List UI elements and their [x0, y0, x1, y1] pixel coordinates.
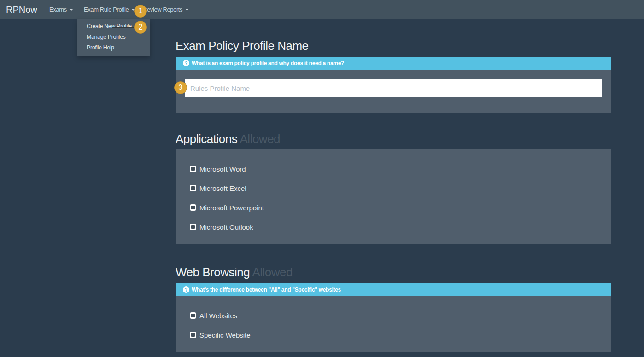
callout-badge-2: 2: [134, 21, 147, 34]
section-subtitle: Allowed: [240, 132, 281, 146]
nav-item-exams[interactable]: Exams: [42, 0, 80, 19]
checkbox-icon[interactable]: [190, 224, 196, 230]
panel-profile-name: [176, 70, 611, 113]
main-content: Exam Policy Profile Name ? What is an ex…: [176, 38, 611, 352]
checkbox-row-microsoft-word[interactable]: Microsoft Word: [190, 165, 597, 173]
checkbox-row-microsoft-powerpoint[interactable]: Microsoft Powerpoint: [190, 204, 597, 211]
checkbox-row-microsoft-outlook[interactable]: Microsoft Outlook: [190, 223, 597, 231]
checkbox-row-microsoft-excel[interactable]: Microsoft Excel: [190, 184, 597, 192]
panel-web-browsing: All Websites Specific Website: [176, 296, 611, 352]
callout-2-pointer-line: [112, 27, 136, 28]
top-navbar: RPNow Exams Exam Rule Profile Review Rep…: [0, 0, 644, 19]
callout-badge-1: 1: [134, 5, 147, 18]
menu-item-profile-help[interactable]: Profile Help: [77, 42, 150, 53]
checkbox-row-all-websites[interactable]: All Websites: [190, 312, 597, 319]
section-web-browsing: Web Browsing Allowed ? What's the differ…: [176, 265, 611, 352]
question-circle-icon: ?: [183, 286, 189, 293]
section-profile-name: Exam Policy Profile Name ? What is an ex…: [176, 38, 611, 113]
callout-badge-3: 3: [174, 81, 187, 94]
checkbox-icon[interactable]: [190, 204, 196, 211]
nav-item-exam-rule-profile[interactable]: Exam Rule Profile: [77, 0, 142, 19]
chevron-down-icon: [185, 9, 189, 11]
section-title-web-browsing: Web Browsing Allowed: [176, 265, 611, 280]
section-title-profile-name: Exam Policy Profile Name: [176, 38, 611, 54]
checkbox-icon[interactable]: [190, 312, 196, 319]
help-bar-profile-name[interactable]: ? What is an exam policy profile and why…: [176, 57, 611, 70]
checkbox-icon[interactable]: [190, 166, 196, 172]
rules-profile-name-input[interactable]: [185, 79, 602, 97]
brand[interactable]: RPNow: [6, 0, 37, 19]
checkbox-icon[interactable]: [190, 185, 196, 191]
question-circle-icon: ?: [183, 60, 189, 66]
section-subtitle: Allowed: [252, 265, 293, 279]
checkbox-icon[interactable]: [190, 332, 196, 338]
section-applications: Applications Allowed Microsoft Word Micr…: [176, 131, 611, 244]
panel-applications: Microsoft Word Microsoft Excel Microsoft…: [176, 149, 611, 244]
checkbox-row-specific-website[interactable]: Specific Website: [190, 331, 597, 339]
section-title-applications: Applications Allowed: [176, 131, 611, 147]
help-bar-web-browsing[interactable]: ? What's the difference between "All" an…: [176, 283, 611, 296]
chevron-down-icon: [70, 9, 73, 11]
